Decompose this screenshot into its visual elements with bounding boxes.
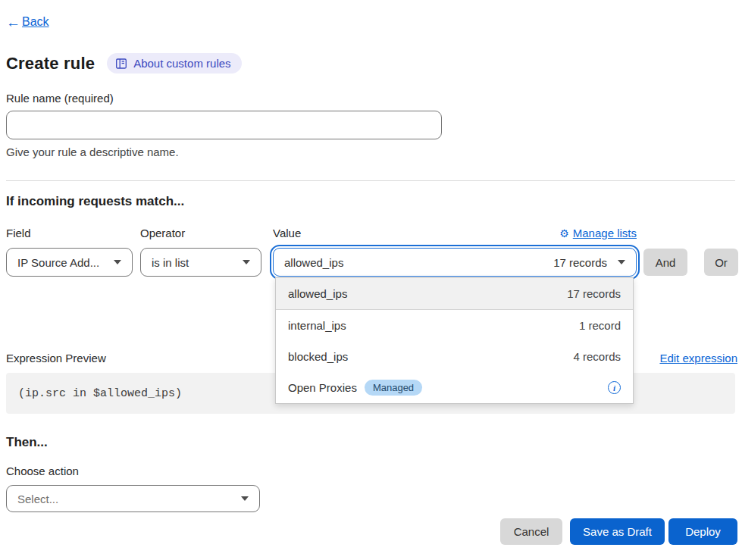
book-icon: [115, 58, 127, 70]
edit-expression-link[interactable]: Edit expression: [659, 352, 737, 364]
chevron-down-icon: [618, 260, 625, 264]
manage-lists-label: Manage lists: [573, 227, 637, 239]
operator-select[interactable]: is in list: [140, 248, 261, 277]
footer-actions: Cancel Save as Draft Deploy: [0, 518, 737, 545]
cancel-button[interactable]: Cancel: [500, 518, 562, 545]
list-item-blocked-ips[interactable]: blocked_ips 4 records: [276, 341, 633, 372]
match-section-heading: If incoming requests match...: [6, 194, 742, 209]
page-title: Create rule: [6, 54, 95, 74]
match-labels-row: Field Operator Value ⚙ Manage lists: [6, 227, 637, 239]
rule-name-input[interactable]: [6, 111, 442, 139]
back-row: ← Back: [6, 14, 742, 30]
choose-action-label: Choose action: [6, 465, 742, 477]
condition-row: IP Source Add... is in list allowed_ips …: [6, 248, 742, 277]
field-label: Field: [6, 227, 133, 239]
title-row: Create rule About custom rules: [6, 53, 742, 74]
field-select-value: IP Source Add...: [17, 256, 99, 269]
chevron-down-icon: [114, 260, 121, 264]
list-item-name: allowed_ips: [288, 287, 347, 300]
rule-name-helper-text: Give your rule a descriptive name.: [6, 145, 742, 158]
back-link[interactable]: Back: [22, 15, 49, 29]
value-select-records: 17 records: [553, 256, 607, 269]
deploy-button[interactable]: Deploy: [668, 518, 737, 545]
list-item-name: Open Proxies: [288, 381, 357, 394]
list-item-name: internal_ips: [288, 319, 346, 332]
info-icon[interactable]: i: [608, 381, 621, 394]
list-item-records: 4 records: [573, 350, 621, 363]
action-select[interactable]: Select...: [6, 485, 260, 512]
list-item-records: 1 record: [579, 319, 621, 332]
rule-name-label: Rule name (required): [6, 92, 742, 105]
operator-select-value: is in list: [152, 256, 189, 269]
list-item-records: 17 records: [567, 287, 621, 300]
gear-icon: ⚙: [559, 228, 569, 239]
list-dropdown-panel: allowed_ips 17 records internal_ips 1 re…: [275, 277, 634, 404]
about-custom-rules-badge[interactable]: About custom rules: [107, 53, 241, 74]
value-select[interactable]: allowed_ips 17 records: [273, 248, 637, 277]
value-select-value: allowed_ips: [284, 256, 343, 269]
value-label: Value: [273, 227, 301, 239]
or-button[interactable]: Or: [704, 249, 738, 276]
expression-code: (ip.src in $allowed_ips): [18, 387, 182, 400]
managed-badge: Managed: [365, 380, 422, 396]
chevron-down-icon: [243, 260, 250, 264]
then-section-heading: Then...: [6, 435, 742, 450]
operator-label: Operator: [140, 227, 261, 239]
save-as-draft-button[interactable]: Save as Draft: [570, 518, 665, 545]
list-item-open-proxies[interactable]: Open Proxies Managed i: [276, 372, 633, 403]
chevron-down-icon: [241, 496, 249, 501]
back-arrow-icon: ←: [6, 15, 20, 30]
manage-lists-link[interactable]: ⚙ Manage lists: [559, 227, 637, 239]
expression-preview-label: Expression Preview: [6, 352, 106, 364]
list-item-allowed-ips[interactable]: allowed_ips 17 records: [276, 278, 633, 310]
action-select-placeholder: Select...: [17, 493, 58, 505]
section-divider: [6, 180, 735, 181]
and-button[interactable]: And: [643, 249, 687, 276]
list-item-internal-ips[interactable]: internal_ips 1 record: [276, 310, 633, 341]
create-rule-page: ← Back Create rule About custom rules Ru…: [0, 0, 742, 560]
field-select[interactable]: IP Source Add...: [6, 248, 133, 277]
about-badge-label: About custom rules: [133, 57, 230, 70]
list-item-name: blocked_ips: [288, 350, 348, 363]
